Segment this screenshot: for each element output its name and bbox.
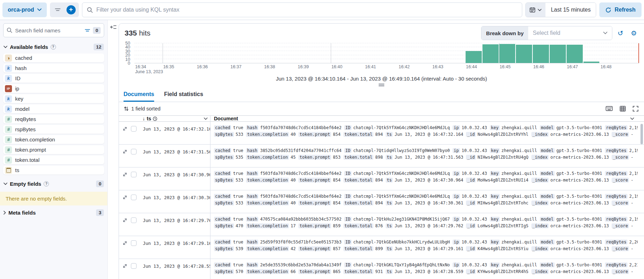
collapse-sidebar-icon[interactable] bbox=[110, 25, 116, 30]
tab-documents[interactable]: Documents bbox=[124, 91, 154, 102]
field-item[interactable]: k model bbox=[3, 104, 104, 113]
field-item[interactable]: # token.completion bbox=[3, 135, 104, 144]
time-range-button[interactable]: Last 15 minutes bbox=[545, 3, 596, 17]
add-filter-button[interactable]: + bbox=[65, 4, 77, 16]
row-timestamp: Jun 13, 2023 @ 16:47:31.563 bbox=[140, 145, 210, 167]
chart-resize-handle[interactable] bbox=[379, 84, 384, 86]
kql-search-bar[interactable] bbox=[82, 2, 523, 17]
expand-row-icon[interactable] bbox=[122, 149, 127, 167]
refresh-label: Refresh bbox=[614, 7, 636, 13]
field-item[interactable]: # token.total bbox=[3, 156, 104, 164]
field-type-icon: ◑ bbox=[5, 55, 12, 62]
tab-field-statistics[interactable]: Field statistics bbox=[164, 91, 203, 102]
breakdown-select[interactable]: Select field bbox=[528, 26, 612, 40]
help-icon: ? bbox=[51, 44, 56, 50]
top-bar: orca-prod + Last 15 minutes bbox=[0, 0, 644, 20]
field-item[interactable]: # rspBytes bbox=[3, 125, 104, 134]
data-view-label: orca-prod bbox=[8, 7, 34, 13]
time-picker: Last 15 minutes bbox=[525, 2, 596, 17]
field-item[interactable]: ◑ cached bbox=[3, 53, 104, 62]
field-item[interactable]: # token.prompt bbox=[3, 145, 104, 154]
table-row: Jun 13, 2023 @ 16:47:28.559 cachedtrueha… bbox=[119, 259, 644, 279]
row-document: cachedtruehashf503fda70748d6c7cd5c4184bb… bbox=[210, 167, 638, 190]
fields-sidebar: 0 Available fields ? 12 ◑ cached k hash … bbox=[0, 20, 108, 279]
grid-toolbar: 1 field sorted bbox=[119, 102, 644, 115]
field-item[interactable]: k ID bbox=[3, 74, 104, 83]
search-icon bbox=[7, 27, 12, 33]
row-checkbox[interactable] bbox=[131, 149, 137, 154]
histogram-plot[interactable] bbox=[134, 43, 639, 63]
vertical-scrollbar[interactable] bbox=[640, 124, 643, 144]
chevron-down-icon bbox=[603, 32, 607, 34]
field-item[interactable]: ts bbox=[3, 166, 104, 175]
field-name-label: reqBytes bbox=[15, 116, 36, 122]
expand-row-icon[interactable] bbox=[122, 241, 127, 259]
field-type-icon: k bbox=[5, 65, 12, 72]
document-line-1: cachedtruehashf503fda70748d6c7cd5c4184bb… bbox=[214, 125, 638, 132]
main-area: 335 hits Break down by Select field ↺ ⚙ bbox=[108, 20, 644, 279]
available-fields-count-badge: 12 bbox=[94, 44, 104, 50]
field-filter-icon[interactable] bbox=[85, 28, 90, 33]
table-header: ↓ ts Document bbox=[119, 115, 644, 122]
table-row: Jun 13, 2023 @ 16:47:31.563 cachedtrueha… bbox=[119, 145, 644, 167]
document-line-1: cachedtruehash3852bc05dd531fdf4204a77041… bbox=[214, 148, 638, 155]
row-timestamp: Jun 13, 2023 @ 16:47:29.161 bbox=[140, 236, 210, 259]
row-document: cachedtruehash470575ca084a92bbb6035bb34c… bbox=[210, 213, 638, 236]
fullscreen-icon[interactable] bbox=[633, 106, 638, 112]
row-timestamp: Jun 13, 2023 @ 16:47:29.762 bbox=[140, 213, 210, 236]
document-line-2: spBytes535token.completion45token.prompt… bbox=[214, 155, 638, 161]
field-type-icon: # bbox=[5, 126, 12, 133]
filter-icon[interactable] bbox=[52, 4, 64, 16]
field-name-label: rspBytes bbox=[15, 126, 36, 132]
expand-row-icon[interactable] bbox=[122, 172, 127, 190]
field-search-bar[interactable]: 0 bbox=[3, 23, 104, 37]
field-search-input[interactable] bbox=[15, 27, 82, 33]
row-checkbox[interactable] bbox=[131, 126, 137, 132]
time-range-caption: Jun 13, 2023 @ 16:34:10.164 - Jun 13, 20… bbox=[119, 76, 644, 82]
view-tabs: Documents Field statistics bbox=[119, 88, 644, 102]
field-list: ◑ cached k hash k ID IP ip k key k model… bbox=[0, 53, 107, 177]
chevron-down-icon[interactable] bbox=[630, 118, 634, 120]
field-item[interactable]: # reqBytes bbox=[3, 115, 104, 123]
breakdown-control: Break down by Select field bbox=[481, 26, 612, 40]
field-name-label: ID bbox=[15, 75, 20, 81]
chart-history-icon[interactable]: ↺ bbox=[615, 28, 626, 38]
chevron-down-icon[interactable] bbox=[204, 118, 208, 120]
available-fields-header[interactable]: Available fields ? 12 bbox=[0, 40, 107, 53]
display-options-icon[interactable] bbox=[620, 106, 626, 112]
keyboard-icon[interactable] bbox=[606, 106, 613, 112]
help-icon: ? bbox=[44, 181, 49, 186]
field-item[interactable]: IP ip bbox=[3, 84, 104, 93]
row-checkbox[interactable] bbox=[131, 240, 137, 246]
data-view-picker[interactable]: orca-prod bbox=[2, 2, 47, 17]
document-line-1: cachedtruehashf503fda70748d6c7cd5c4184bb… bbox=[214, 194, 638, 201]
expand-row-icon[interactable] bbox=[122, 195, 127, 213]
calendar-menu-button[interactable] bbox=[526, 3, 545, 17]
histogram-y-axis: 01020304050 bbox=[119, 43, 132, 63]
row-document: cachedtruehash25d59f93f8f0c55d71bfc5ee05… bbox=[210, 236, 638, 259]
field-name-label: token.completion bbox=[15, 137, 55, 142]
hits-label: hits bbox=[139, 29, 151, 37]
row-checkbox[interactable] bbox=[131, 195, 137, 200]
expand-row-icon[interactable] bbox=[122, 126, 127, 144]
field-type-icon: k bbox=[5, 75, 12, 82]
row-checkbox[interactable] bbox=[131, 172, 137, 177]
expand-row-icon[interactable] bbox=[122, 264, 127, 279]
kql-query-input[interactable] bbox=[96, 7, 518, 13]
search-icon bbox=[87, 7, 93, 13]
refresh-icon bbox=[605, 7, 611, 13]
chart-options-gear-icon[interactable]: ⚙ bbox=[629, 28, 639, 38]
row-checkbox[interactable] bbox=[131, 263, 137, 269]
row-timestamp: Jun 13, 2023 @ 16:47:30.964 bbox=[140, 167, 210, 190]
empty-fields-header[interactable]: Empty fields ? 0 bbox=[0, 177, 107, 190]
field-item[interactable]: k hash bbox=[3, 64, 104, 72]
sort-fields-button[interactable]: 1 field sorted bbox=[124, 106, 160, 112]
field-item[interactable]: k key bbox=[3, 94, 104, 103]
column-header-document[interactable]: Document bbox=[210, 116, 638, 121]
refresh-button[interactable]: Refresh bbox=[599, 2, 642, 17]
row-checkbox[interactable] bbox=[131, 217, 137, 223]
expand-row-icon[interactable] bbox=[122, 218, 127, 236]
column-header-ts[interactable]: ↓ ts bbox=[140, 116, 210, 121]
meta-fields-header[interactable]: Meta fields 3 bbox=[0, 206, 107, 218]
document-line-2: spBytes533token.completion40token.prompt… bbox=[214, 201, 638, 207]
